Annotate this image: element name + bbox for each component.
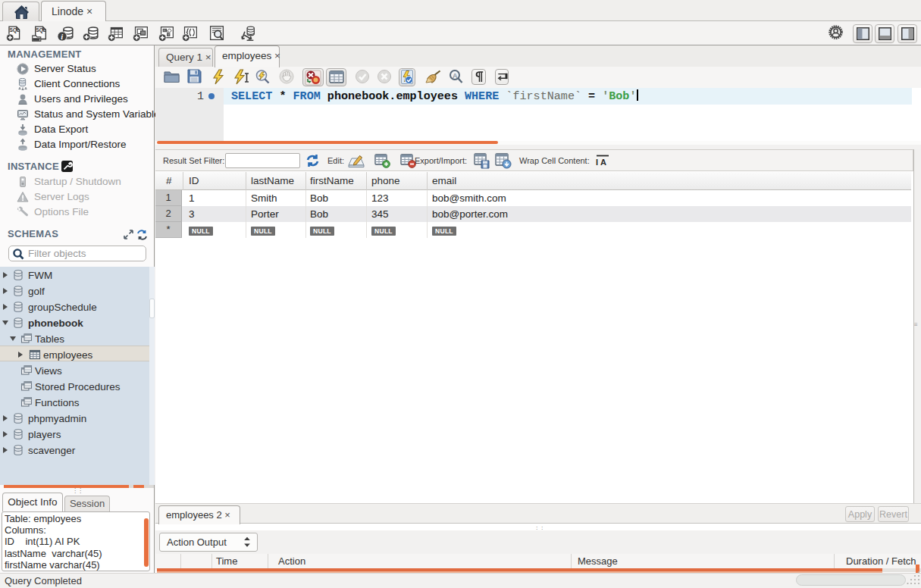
svg-text:A: A <box>600 158 606 167</box>
svg-text:i: i <box>61 33 63 41</box>
svg-text:A: A <box>453 72 458 80</box>
svg-text:I: I <box>596 158 598 167</box>
